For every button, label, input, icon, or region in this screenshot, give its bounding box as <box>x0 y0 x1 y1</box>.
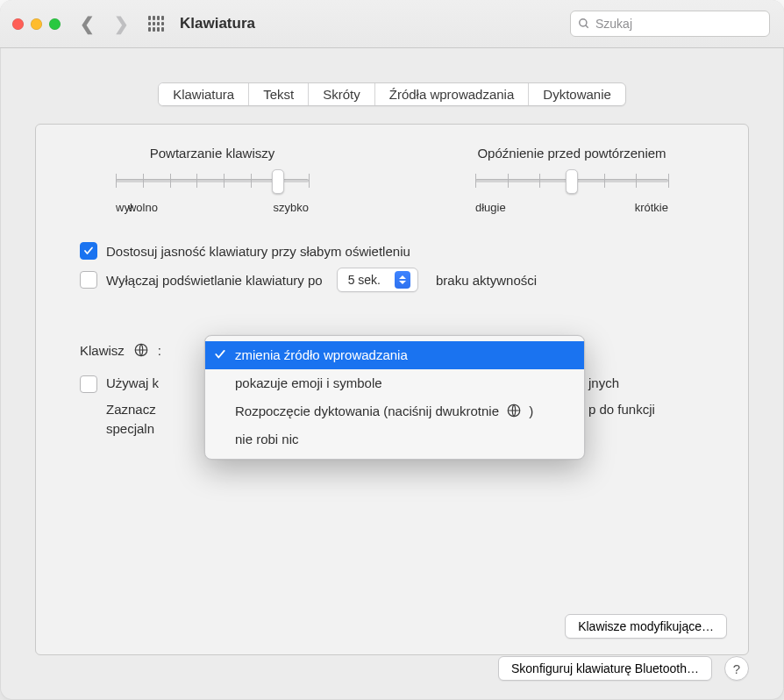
help-button[interactable]: ? <box>724 656 749 681</box>
label-short: krótkie <box>635 201 668 214</box>
key-repeat-thumb[interactable] <box>272 169 284 194</box>
key-repeat-track[interactable] <box>116 169 309 192</box>
label-use-fn-keys-left: Używaj k <box>106 375 159 390</box>
dropdown-opt-emoji[interactable]: pokazuje emoji i symbole <box>205 369 584 397</box>
nav-buttons: ❮ ❯ <box>80 13 129 34</box>
stepper-icon <box>395 271 410 289</box>
dropdown-opt-input-source[interactable]: zmienia źródło wprowadzania <box>205 341 584 369</box>
desc-line1-left: Zaznacz <box>106 402 156 417</box>
dropdown-opt-label-suffix: ) <box>529 404 533 418</box>
tabs: Klawiatura Tekst Skróty Źródła wprowadza… <box>158 82 626 106</box>
titlebar: ❮ ❯ Klawiatura Szukaj <box>0 0 784 48</box>
zoom-icon[interactable] <box>49 18 61 30</box>
row-globe-key: Klawisz : <box>80 342 161 358</box>
dropdown-opt-label: zmienia źródło wprowadzania <box>235 347 408 362</box>
desc-line2-left: specjaln <box>106 421 154 436</box>
modifier-keys-button[interactable]: Klawisze modyfikujące… <box>565 614 727 639</box>
globe-key-dropdown[interactable]: zmienia źródło wprowadzania pokazuje emo… <box>204 335 585 460</box>
check-icon <box>214 346 226 366</box>
label-adjust-brightness: Dostosuj jasność klawiatury przy słabym … <box>106 244 410 259</box>
delay-title: Opóźnienie przed powtórzeniem <box>477 146 666 161</box>
panel: Powtarzanie klawiszy wył. wolno szybko <box>35 124 749 655</box>
globe-icon <box>506 403 522 418</box>
panel-bottom-actions: Klawisze modyfikujące… <box>565 614 727 639</box>
dropdown-opt-label: pokazuje emoji i symbole <box>235 375 382 390</box>
label-backlight-suffix: braku aktywności <box>436 273 537 288</box>
tab-keyboard[interactable]: Klawiatura <box>159 83 249 105</box>
dropdown-opt-nothing[interactable]: nie robi nic <box>205 425 584 454</box>
forward-button[interactable]: ❯ <box>114 13 129 34</box>
close-icon[interactable] <box>12 18 24 30</box>
bluetooth-keyboard-button[interactable]: Skonfiguruj klawiaturę Bluetooth… <box>498 656 712 681</box>
label-long: długie <box>475 201 506 214</box>
dropdown-opt-dictation[interactable]: Rozpoczęcie dyktowania (naciśnij dwukrot… <box>205 397 584 425</box>
search-placeholder: Szukaj <box>595 17 632 31</box>
select-value: 5 sek. <box>348 273 381 287</box>
row-backlight-off: Wyłączaj podświetlanie klawiatury po 5 s… <box>80 268 727 292</box>
dropdown-opt-label-prefix: Rozpoczęcie dyktowania (naciśnij dwukrot… <box>235 404 499 418</box>
label-use-fn-keys-right: jnych <box>588 375 619 390</box>
tab-input-sources[interactable]: Źródła wprowadzania <box>375 83 530 105</box>
desc-line1-right: p do funkcji <box>588 402 655 417</box>
key-repeat-slider: Powtarzanie klawiszy wył. wolno szybko <box>116 146 309 214</box>
keyboard-prefs-window: ❮ ❯ Klawiatura Szukaj Klawiatura Tekst S… <box>0 0 784 700</box>
content: Klawiatura Tekst Skróty Źródła wprowadza… <box>0 47 784 700</box>
show-all-icon[interactable] <box>148 16 164 32</box>
checkbox-adjust-brightness[interactable] <box>80 242 97 260</box>
minimize-icon[interactable] <box>31 18 42 30</box>
key-repeat-labels: wył. wolno szybko <box>116 201 309 214</box>
tab-shortcuts[interactable]: Skróty <box>309 83 375 105</box>
select-backlight-delay[interactable]: 5 sek. <box>337 268 418 292</box>
tab-text[interactable]: Tekst <box>249 83 309 105</box>
svg-line-1 <box>586 25 588 28</box>
footer: Skonfiguruj klawiaturę Bluetooth… ? <box>0 656 784 681</box>
back-button[interactable]: ❮ <box>80 13 95 34</box>
window-controls <box>12 18 61 30</box>
label-backlight-prefix: Wyłączaj podświetlanie klawiatury po <box>106 273 323 288</box>
search-field[interactable]: Szukaj <box>570 11 770 37</box>
row-use-fn-keys <box>80 375 97 393</box>
checkbox-use-fn-keys[interactable] <box>80 375 97 393</box>
delay-track[interactable] <box>475 169 668 192</box>
delay-labels: długie krótkie <box>475 201 668 214</box>
row-adjust-brightness: Dostosuj jasność klawiatury przy słabym … <box>80 242 727 260</box>
svg-point-0 <box>580 19 587 26</box>
label-slow: wolno <box>128 201 158 214</box>
label-fast: szybko <box>274 201 309 214</box>
dropdown-opt-label: nie robi nic <box>235 432 299 446</box>
label-globe-key: Klawisz <box>80 343 125 358</box>
delay-slider: Opóźnienie przed powtórzeniem długie kró… <box>475 146 668 214</box>
window-title: Klawiatura <box>180 15 255 32</box>
sliders-row: Powtarzanie klawiszy wył. wolno szybko <box>57 146 727 214</box>
key-repeat-title: Powtarzanie klawiszy <box>150 146 275 161</box>
colon: : <box>158 343 161 358</box>
globe-icon <box>133 342 149 358</box>
tab-dictation[interactable]: Dyktowanie <box>529 83 625 105</box>
search-icon <box>578 18 590 30</box>
checkbox-backlight-off[interactable] <box>80 271 97 289</box>
delay-thumb[interactable] <box>566 169 578 194</box>
